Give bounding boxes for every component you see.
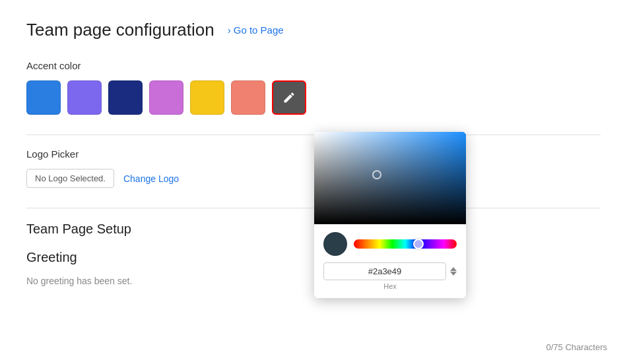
hue-slider[interactable] (354, 239, 457, 249)
chevron-icon: › (228, 24, 231, 36)
greeting-label: Greeting (26, 250, 601, 265)
greeting-placeholder-text: No greeting has been set. (26, 276, 601, 286)
page-title: Team page configuration (26, 20, 214, 40)
picker-bottom: Hex (314, 224, 466, 298)
team-page-setup-section: Team Page Setup (26, 222, 601, 237)
main-container: Team page configuration › Go to Page Acc… (0, 0, 627, 309)
color-preview-circle (323, 232, 347, 256)
swatch-medium-purple[interactable] (67, 80, 102, 115)
go-to-page-label: Go to Page (234, 24, 284, 36)
swatch-dark-blue[interactable] (108, 80, 143, 115)
hex-label: Hex (323, 282, 457, 290)
spinner-up-icon[interactable] (450, 264, 457, 271)
accent-color-label: Accent color (26, 60, 601, 71)
no-logo-button[interactable]: No Logo Selected. (26, 169, 114, 188)
char-count: 0/75 Characters (546, 342, 608, 352)
swatch-salmon[interactable] (231, 80, 265, 115)
team-page-setup-label: Team Page Setup (26, 222, 601, 237)
hex-row (323, 262, 457, 280)
change-logo-link[interactable]: Change Logo (123, 173, 179, 184)
color-picker-popup: Hex (314, 132, 466, 298)
color-gradient-area[interactable] (314, 132, 466, 224)
greeting-section: Greeting No greeting has been set. (26, 250, 601, 286)
header-row: Team page configuration › Go to Page (26, 20, 601, 40)
gradient-dark-layer (314, 132, 466, 224)
swatch-purple[interactable] (149, 80, 183, 115)
logo-picker-section: Logo Picker No Logo Selected. Change Log… (26, 148, 601, 188)
pencil-icon (282, 91, 296, 104)
swatch-blue[interactable] (26, 80, 61, 115)
hex-spinner[interactable] (450, 264, 457, 278)
hue-thumb (413, 239, 424, 249)
logo-picker-row: No Logo Selected. Change Logo (26, 169, 601, 188)
picker-controls-row (323, 232, 457, 256)
swatch-yellow[interactable] (190, 80, 224, 115)
color-swatches-row (26, 80, 601, 115)
picker-circle[interactable] (372, 170, 381, 179)
spinner-down-icon[interactable] (450, 272, 457, 278)
divider-1 (26, 135, 601, 135)
divider-2 (26, 208, 601, 208)
hex-input[interactable] (323, 262, 446, 280)
go-to-page-link[interactable]: › Go to Page (228, 24, 284, 36)
custom-color-button[interactable] (272, 80, 306, 115)
logo-picker-label: Logo Picker (26, 148, 601, 160)
accent-color-section: Accent color (26, 60, 601, 115)
